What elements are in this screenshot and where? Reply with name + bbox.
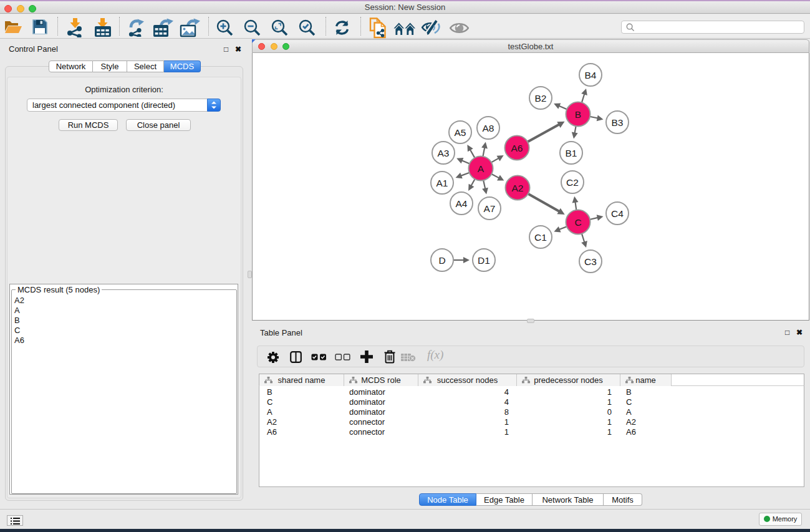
- svg-text:A7: A7: [484, 203, 496, 214]
- svg-text:D: D: [438, 255, 445, 266]
- svg-text:B3: B3: [612, 117, 624, 128]
- svg-text:A: A: [478, 163, 485, 174]
- svg-text:A8: A8: [483, 123, 494, 133]
- svg-text:C3: C3: [584, 256, 597, 267]
- svg-text:A2: A2: [512, 183, 524, 193]
- svg-text:C1: C1: [534, 232, 547, 243]
- svg-text:A4: A4: [456, 198, 468, 209]
- svg-text:B1: B1: [566, 148, 577, 158]
- svg-text:C4: C4: [611, 208, 624, 219]
- svg-text:C: C: [574, 217, 581, 228]
- svg-text:C2: C2: [566, 177, 579, 188]
- svg-text:B4: B4: [585, 70, 597, 80]
- svg-text:D1: D1: [478, 255, 490, 266]
- svg-text:A5: A5: [455, 127, 466, 138]
- svg-text:B: B: [575, 109, 581, 120]
- svg-text:A6: A6: [511, 143, 523, 153]
- svg-text:A3: A3: [438, 148, 450, 158]
- svg-text:A1: A1: [436, 178, 448, 188]
- svg-text:B2: B2: [535, 93, 547, 104]
